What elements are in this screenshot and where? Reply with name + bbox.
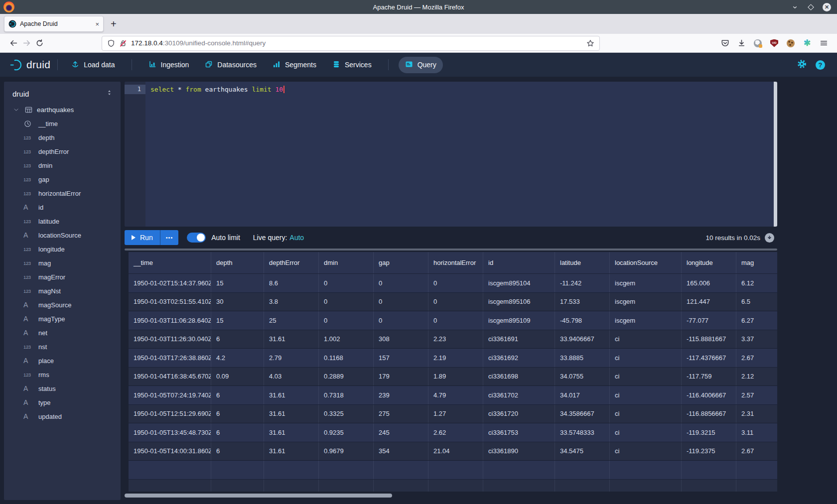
results-row-8-cell-depth[interactable]: 6 bbox=[211, 405, 264, 423]
results-row-4-cell-id[interactable]: ci3361691 bbox=[483, 330, 555, 349]
results-header-row-cell-depthError[interactable]: depthError bbox=[264, 252, 319, 273]
run-more-button[interactable]: ••• bbox=[160, 230, 179, 245]
tracking-shield-icon[interactable] bbox=[107, 39, 115, 47]
results-row-6-cell-mag[interactable]: 2.12 bbox=[736, 368, 777, 386]
sql-editor[interactable]: 1 select * from earthquakes limit 10 bbox=[125, 82, 777, 227]
results-row-5-cell-locationSource[interactable]: ci bbox=[610, 349, 682, 367]
results-row-8-cell-locationSource[interactable]: ci bbox=[610, 405, 682, 423]
results-row-9-cell-depthError[interactable]: 31.61 bbox=[264, 423, 319, 442]
results-header-row-cell-id[interactable]: id bbox=[483, 252, 555, 273]
results-header-row-cell-depth[interactable]: depth bbox=[211, 252, 264, 273]
results-row-9-cell-depth[interactable]: 6 bbox=[211, 423, 264, 442]
results-row-9-cell-dmin[interactable]: 0.9235 bbox=[319, 423, 374, 442]
results-row-5-cell-depthError[interactable]: 2.79 bbox=[264, 349, 319, 367]
sidebar-column-longitude[interactable]: 123longitude bbox=[4, 242, 121, 256]
results-row-8-cell-depthError[interactable]: 31.61 bbox=[264, 405, 319, 423]
sidebar-column-latitude[interactable]: 123latitude bbox=[4, 214, 121, 228]
results-row-7-cell-id[interactable]: ci3361702 bbox=[483, 386, 555, 404]
sidebar-column-net[interactable]: Anet bbox=[4, 326, 121, 340]
results-row-10-cell-horizontalError[interactable]: 21.04 bbox=[428, 442, 483, 461]
results-row-9-cell-mag[interactable]: 3.11 bbox=[736, 423, 777, 442]
live-query-value[interactable]: Auto bbox=[289, 234, 304, 242]
results-row-2-cell-depthError[interactable]: 3.8 bbox=[264, 293, 319, 311]
results-header-row-cell-latitude[interactable]: latitude bbox=[555, 252, 610, 273]
results-row-7-cell-depthError[interactable]: 31.61 bbox=[264, 386, 319, 404]
results-row-3-cell-depth[interactable]: 15 bbox=[211, 311, 264, 330]
sql-code-line[interactable]: select * from earthquakes limit 10 bbox=[150, 85, 284, 94]
results-row-7-cell-mag[interactable]: 2.57 bbox=[736, 386, 777, 404]
download-results-icon[interactable] bbox=[765, 233, 774, 243]
results-row-2-cell-__time[interactable]: 1950-01-03T02:51:55.410Z bbox=[129, 293, 211, 311]
results-row-6-cell-__time[interactable]: 1950-01-04T16:38:45.670Z bbox=[129, 368, 211, 386]
results-row-2-cell-latitude[interactable]: 17.533 bbox=[555, 293, 610, 311]
results-row-5-cell-dmin[interactable]: 0.1168 bbox=[319, 349, 374, 367]
results-header-row-cell-dmin[interactable]: dmin bbox=[319, 252, 374, 273]
results-row-4-cell-horizontalError[interactable]: 2.23 bbox=[428, 330, 483, 349]
minimize-icon[interactable] bbox=[791, 3, 799, 11]
results-row-8-cell-gap[interactable]: 275 bbox=[374, 405, 428, 423]
results-row-3-cell-longitude[interactable]: -77.077 bbox=[682, 311, 736, 330]
results-row-10-cell-id[interactable]: ci3361890 bbox=[483, 442, 555, 461]
sidebar-column-status[interactable]: Astatus bbox=[4, 381, 121, 395]
sidebar-column-dmin[interactable]: 123dmin bbox=[4, 158, 121, 172]
sidebar-column-nst[interactable]: 123nst bbox=[4, 340, 121, 354]
results-row-3-cell-dmin[interactable]: 0 bbox=[319, 311, 374, 330]
results-header-row-cell-horizontalError[interactable]: horizontalError bbox=[428, 252, 483, 273]
results-row-6-cell-depthError[interactable]: 4.03 bbox=[264, 368, 319, 386]
results-row-2-cell-gap[interactable]: 0 bbox=[374, 293, 428, 311]
run-button[interactable]: Run bbox=[125, 230, 160, 245]
results-row-2-cell-dmin[interactable]: 0 bbox=[319, 293, 374, 311]
auto-limit-toggle[interactable] bbox=[187, 233, 206, 243]
editor-scrollbar[interactable] bbox=[774, 82, 777, 227]
results-row-6-cell-locationSource[interactable]: ci bbox=[610, 368, 682, 386]
results-row-6-cell-horizontalError[interactable]: 1.89 bbox=[428, 368, 483, 386]
sidebar-column-depth[interactable]: 123depth bbox=[4, 130, 121, 144]
maximize-icon[interactable] bbox=[807, 3, 815, 11]
results-row-9-cell-gap[interactable]: 245 bbox=[374, 423, 428, 442]
close-icon[interactable]: ✕ bbox=[823, 3, 831, 11]
results-row-6-cell-depth[interactable]: 0.09 bbox=[211, 368, 264, 386]
results-row-4-cell-dmin[interactable]: 1.002 bbox=[319, 330, 374, 349]
insecure-lock-icon[interactable] bbox=[119, 39, 127, 47]
nav-item-services[interactable]: Services bbox=[326, 57, 378, 73]
results-row-5-cell-longitude[interactable]: -117.4376667 bbox=[682, 349, 736, 367]
downloads-icon[interactable] bbox=[737, 39, 746, 48]
results-row-1-cell-longitude[interactable]: 165.006 bbox=[682, 274, 736, 292]
results-row-10-cell-__time[interactable]: 1950-01-05T14:00:31.860Z bbox=[129, 442, 211, 461]
new-tab-button[interactable]: + bbox=[111, 19, 117, 29]
results-row-5-cell-horizontalError[interactable]: 2.19 bbox=[428, 349, 483, 367]
sidebar-column-locationSource[interactable]: AlocationSource bbox=[4, 228, 121, 242]
results-row-10-cell-longitude[interactable]: -119.2375 bbox=[682, 442, 736, 461]
results-row-5-cell-mag[interactable]: 2.67 bbox=[736, 349, 777, 367]
sidebar-column-depthError[interactable]: 123depthError bbox=[4, 144, 121, 158]
results-row-7-cell-latitude[interactable]: 34.017 bbox=[555, 386, 610, 404]
results-row-8-cell-latitude[interactable]: 34.3586667 bbox=[555, 405, 610, 423]
results-row-5-cell-id[interactable]: ci3361692 bbox=[483, 349, 555, 367]
chevron-down-icon[interactable] bbox=[12, 107, 20, 113]
browser-tab[interactable]: Apache Druid × bbox=[4, 16, 104, 32]
results-row-4-cell-mag[interactable]: 3.37 bbox=[736, 330, 777, 349]
privacy-badger-icon[interactable] bbox=[753, 39, 762, 48]
results-row-9-cell-locationSource[interactable]: ci bbox=[610, 423, 682, 442]
sidebar-column-updated[interactable]: Aupdated bbox=[4, 409, 121, 423]
results-row-7-cell-locationSource[interactable]: ci bbox=[610, 386, 682, 404]
sidebar-column-magSource[interactable]: AmagSource bbox=[4, 298, 121, 312]
results-row-6-cell-id[interactable]: ci3361698 bbox=[483, 368, 555, 386]
results-row-10-cell-latitude[interactable]: 34.5475 bbox=[555, 442, 610, 461]
sort-icon[interactable] bbox=[106, 89, 113, 98]
results-row-2-cell-horizontalError[interactable]: 0 bbox=[428, 293, 483, 311]
sidebar-column-gap[interactable]: 123gap bbox=[4, 172, 121, 186]
results-row-3-cell-latitude[interactable]: -45.798 bbox=[555, 311, 610, 330]
results-row-4-cell-locationSource[interactable]: ci bbox=[610, 330, 682, 349]
results-row-8-cell-dmin[interactable]: 0.3325 bbox=[319, 405, 374, 423]
results-row-4-cell-depthError[interactable]: 31.61 bbox=[264, 330, 319, 349]
results-row-4-cell-longitude[interactable]: -115.8881667 bbox=[682, 330, 736, 349]
results-row-8-cell-id[interactable]: ci3361720 bbox=[483, 405, 555, 423]
settings-gear-icon[interactable] bbox=[797, 59, 807, 71]
results-row-6-cell-gap[interactable]: 179 bbox=[374, 368, 428, 386]
results-row-2-cell-locationSource[interactable]: iscgem bbox=[610, 293, 682, 311]
results-row-1-cell-dmin[interactable]: 0 bbox=[319, 274, 374, 292]
results-header-row-cell-mag[interactable]: mag bbox=[736, 252, 777, 273]
results-row-2-cell-mag[interactable]: 6.5 bbox=[736, 293, 777, 311]
results-header-row-cell-locationSource[interactable]: locationSource bbox=[610, 252, 682, 273]
